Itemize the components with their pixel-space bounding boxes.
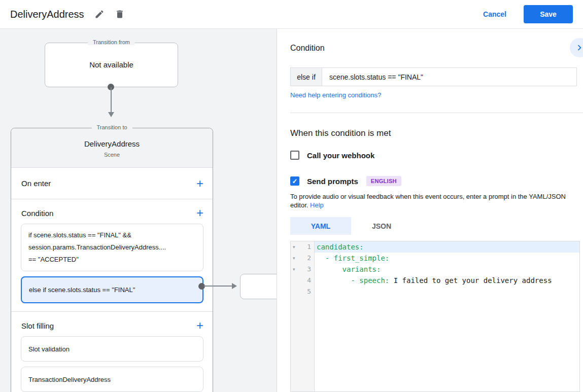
condition-section-label: Condition	[21, 209, 53, 218]
panel-divider	[290, 113, 583, 113]
cancel-button[interactable]: Cancel	[483, 10, 506, 18]
line-number: 5	[307, 286, 311, 297]
condition-chip[interactable]: if scene.slots.status == "FINAL" && sess…	[21, 224, 203, 271]
page-title: DeliveryAddress	[10, 9, 84, 20]
collapse-panel-button[interactable]	[570, 38, 583, 57]
add-on-enter-button[interactable]: +	[196, 179, 203, 189]
tab-yaml[interactable]: YAML	[290, 217, 351, 235]
send-prompts-checkbox[interactable]: ✓	[290, 176, 299, 186]
editor-format-tabs: YAML JSON	[290, 217, 412, 235]
language-badge: ENGLISH	[366, 176, 401, 186]
webhook-checkbox[interactable]	[290, 151, 299, 160]
send-prompts-label: Send prompts	[307, 177, 358, 186]
when-condition-heading: When this condition is met	[290, 128, 391, 138]
transition-from-box: Transition from Not available	[45, 43, 178, 87]
condition-chip-selected[interactable]: else if scene.slots.status == "FINAL"	[21, 276, 203, 303]
save-button[interactable]: Save	[524, 5, 573, 23]
trash-icon	[115, 9, 125, 19]
conditions-help-link[interactable]: Need help entering conditions?	[290, 91, 381, 99]
line-number: 4	[307, 275, 311, 286]
scene-diagram-canvas: Transition from Not available Transition…	[0, 29, 277, 392]
connector-line-vertical	[111, 87, 112, 113]
transition-target-box	[240, 274, 277, 299]
add-condition-button[interactable]: +	[196, 208, 203, 218]
scene-subtitle: Scene	[11, 152, 213, 158]
yaml-editor[interactable]: ▾1 candidates: ▾2 - first_simple: ▾3 var…	[290, 241, 580, 392]
transition-from-label: Transition from	[88, 39, 135, 45]
code-line[interactable]: ▾1 candidates:	[291, 241, 579, 253]
scene-card: Transition to DeliveryAddress Scene On e…	[11, 128, 213, 392]
condition-section: Condition + if scene.slots.status == "FI…	[11, 199, 213, 312]
slot-chip[interactable]: TransactionDeliveryAddress	[21, 367, 203, 392]
webhook-label: Call your webhook	[307, 151, 374, 160]
webhook-row: Call your webhook	[290, 151, 374, 160]
on-enter-label: On enter	[21, 179, 51, 188]
fold-toggle-icon[interactable]: ▾	[293, 241, 298, 253]
tab-json[interactable]: JSON	[351, 217, 412, 235]
topbar: DeliveryAddress Cancel Save	[0, 0, 583, 29]
line-number: 3	[307, 264, 311, 275]
condition-detail-panel: Condition else if Need help entering con…	[278, 29, 583, 392]
delete-icon[interactable]	[115, 9, 125, 19]
slot-chip[interactable]: Slot validation	[21, 336, 203, 362]
on-enter-row[interactable]: On enter +	[11, 168, 213, 199]
connector-line-horizontal	[204, 286, 232, 287]
fold-toggle-icon[interactable]: ▾	[293, 253, 298, 264]
chevron-right-icon	[574, 42, 583, 53]
transition-to-label: Transition to	[91, 124, 132, 130]
fold-toggle-icon[interactable]: ▾	[293, 264, 298, 275]
line-number: 2	[307, 253, 311, 264]
code-line[interactable]: 4 - speech: I failed to get your deliver…	[291, 275, 579, 286]
slot-filling-label: Slot filling	[21, 322, 54, 330]
send-prompts-row: ✓ Send prompts ENGLISH	[290, 176, 401, 186]
arrow-down-icon	[108, 112, 114, 117]
transition-from-content: Not available	[45, 60, 178, 69]
add-slot-button[interactable]: +	[196, 320, 203, 331]
code-line[interactable]: 5	[291, 286, 579, 297]
condition-expression-row: else if	[290, 67, 577, 86]
scene-card-header: DeliveryAddress Scene	[11, 128, 213, 168]
condition-heading: Condition	[290, 44, 325, 53]
else-if-prefix: else if	[291, 68, 322, 86]
condition-expression-input[interactable]	[322, 68, 576, 86]
code-line[interactable]: ▾2 - first_simple:	[291, 253, 579, 264]
pencil-icon	[94, 9, 105, 19]
scene-title: DeliveryAddress	[11, 139, 213, 148]
line-number: 1	[307, 241, 311, 253]
help-link[interactable]: Help	[310, 201, 324, 209]
prompts-description-text: To provide audio or visual feedback when…	[290, 193, 566, 209]
prompts-description: To provide audio or visual feedback when…	[290, 192, 575, 209]
edit-icon[interactable]	[94, 9, 105, 19]
arrow-right-icon	[232, 283, 237, 289]
code-line[interactable]: ▾3 variants:	[291, 264, 579, 275]
slot-filling-section: Slot filling + Slot validation Transacti…	[11, 312, 213, 392]
